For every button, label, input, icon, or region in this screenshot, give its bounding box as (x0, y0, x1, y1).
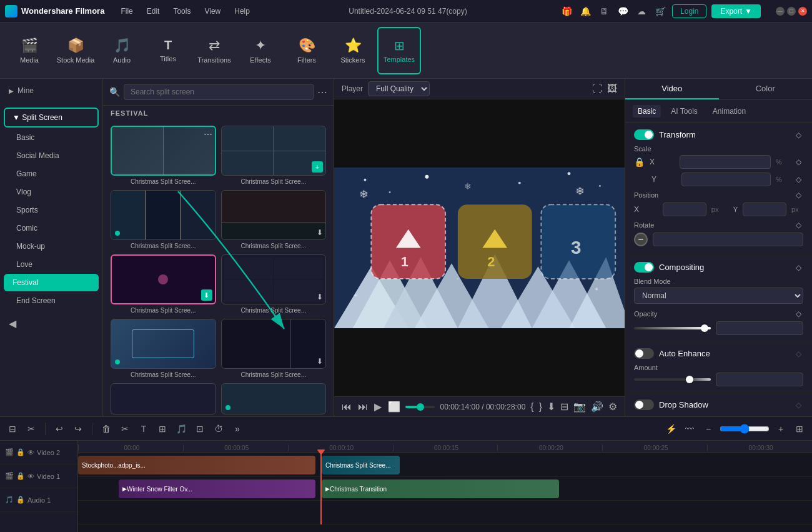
template-item-6[interactable]: ⬇ Christmas Split Scree... (221, 254, 327, 314)
snapshot-icon[interactable]: 🖼 (607, 83, 617, 94)
sidebar-item-love[interactable]: Love (4, 256, 99, 273)
opacity-input[interactable]: 100.00 (716, 321, 804, 335)
scale-y-input[interactable]: 100.00 (681, 173, 771, 186)
position-keyframe[interactable]: ◇ (793, 190, 803, 200)
item1-more-icon[interactable]: ⋯ (204, 129, 212, 139)
template-item-7[interactable]: Christmas Split Scree... (111, 319, 216, 378)
sidebar-item-comic[interactable]: Comic (4, 219, 99, 237)
clip-winter-filter[interactable]: ▶ Winter Snow Filter Ov... (119, 479, 315, 498)
close-button[interactable]: ✕ (798, 7, 807, 16)
tool-templates[interactable]: ⊞ Templates (377, 27, 421, 74)
tl-crop-icon[interactable]: ⊡ (192, 421, 207, 436)
tl-clip-icon[interactable]: ⊞ (155, 421, 170, 436)
scale-x-input[interactable]: 100.00 (680, 155, 771, 169)
template-item-10[interactable] (221, 383, 327, 414)
audio1-lock-icon[interactable]: 🔒 (16, 496, 25, 504)
tl-split-icon[interactable]: ⊟ (5, 421, 20, 436)
item4-dl-icon[interactable]: ⬇ (317, 228, 323, 237)
template-item-1[interactable]: ⋯ Christmas Split Scree... (111, 126, 216, 185)
template-item-9[interactable] (111, 383, 216, 414)
video2-lock-icon[interactable]: 🔒 (16, 448, 25, 456)
progress-bar[interactable] (405, 406, 435, 408)
tl-undo-icon[interactable]: ↩ (52, 421, 67, 436)
amount-input[interactable]: 50.00 (716, 373, 804, 386)
clip-christmas-split[interactable]: Christmas Split Scree... (322, 456, 400, 474)
template-item-2[interactable]: + Christmas Split Scree... (221, 126, 327, 185)
tl-wave-icon[interactable]: 〰 (682, 421, 697, 436)
drop-shadow-toggle[interactable] (634, 399, 654, 410)
video1-eye-icon[interactable]: 👁 (27, 473, 34, 480)
video2-eye-icon[interactable]: 👁 (27, 449, 34, 456)
tl-snap-icon[interactable]: ⚡ (663, 421, 678, 436)
sidebar-item-game[interactable]: Game (4, 165, 99, 183)
tl-cut-icon[interactable]: ✂ (117, 421, 132, 436)
maximize-button[interactable]: ▢ (787, 7, 796, 16)
tool-transitions[interactable]: ⇄ Transitions (192, 27, 236, 74)
subtab-animation[interactable]: Animation (708, 105, 751, 118)
tl-speed-icon[interactable]: ⏱ (211, 421, 226, 436)
tl-trim-icon[interactable]: ✂ (24, 421, 39, 436)
template-item-4[interactable]: ⬇ Christmas Split Scree... (221, 190, 327, 249)
split-screen-icon[interactable]: ⊟ (560, 401, 568, 413)
tl-zoom-slider[interactable] (720, 424, 770, 434)
clip-insert-icon[interactable]: ⬇ (547, 401, 555, 413)
template-item-5[interactable]: ⬇ Christmas Split Scree... (111, 254, 216, 314)
progress-thumb[interactable] (417, 403, 424, 411)
minimize-button[interactable]: — (776, 7, 785, 16)
scale-lock-icon[interactable]: 🔒 (634, 157, 645, 167)
rewind-button[interactable]: ⏮ (342, 401, 352, 413)
clip-bg-video[interactable]: Stockphoto...adpp_is... (78, 456, 315, 474)
sidebar-item-social-media[interactable]: Social Media (4, 147, 99, 164)
cloud-icon[interactable]: ☁ (635, 4, 648, 18)
tool-media[interactable]: 🎬 Media (7, 27, 51, 74)
sidebar-item-split-screen[interactable]: ▼ Split Screen (4, 108, 99, 128)
item8-dl-icon[interactable]: ⬇ (317, 357, 323, 366)
video1-lock-icon[interactable]: 🔒 (16, 472, 25, 480)
compositing-keyframe[interactable]: ◇ (793, 263, 803, 273)
sidebar-item-mockup[interactable]: Mock-up (4, 238, 99, 255)
transform-keyframe-button[interactable]: ◇ (793, 130, 803, 140)
menu-file[interactable]: File (114, 4, 139, 18)
opacity-keyframe[interactable]: ◇ (793, 309, 803, 319)
subtab-ai-tools[interactable]: AI Tools (666, 105, 702, 118)
tl-grid-icon[interactable]: ⊞ (792, 421, 807, 436)
tl-text-icon[interactable]: T (136, 421, 151, 436)
tl-more-icon[interactable]: » (230, 421, 245, 436)
auto-enhance-toggle[interactable] (634, 348, 654, 359)
tl-redo-icon[interactable]: ↪ (71, 421, 86, 436)
transform-toggle[interactable] (634, 129, 654, 140)
pos-x-input[interactable]: 0.00 (663, 203, 706, 216)
drop-shadow-keyframe[interactable]: ◇ (793, 400, 803, 410)
tab-color[interactable]: Color (719, 79, 813, 99)
template-item-8[interactable]: ⬇ Christmas Split Scree... (221, 319, 327, 378)
amount-slider[interactable] (634, 378, 711, 381)
rotate-wheel[interactable] (634, 233, 648, 246)
playhead[interactable] (320, 453, 322, 524)
subtab-basic[interactable]: Basic (633, 105, 661, 118)
tab-video[interactable]: Video (625, 79, 719, 99)
scale-y-keyframe[interactable]: ◇ (793, 174, 803, 184)
chat-icon[interactable]: 💬 (616, 4, 630, 18)
sidebar-collapse-btn[interactable]: ◀ (0, 314, 102, 333)
item5-add-icon[interactable]: ⬇ (201, 289, 212, 301)
export-button[interactable]: Export ▼ (711, 4, 761, 18)
gift-icon[interactable]: 🎁 (560, 4, 573, 18)
tool-stock-media[interactable]: 📦 Stock Media (54, 27, 97, 74)
sidebar-item-festival[interactable]: Festival (4, 274, 99, 291)
play-button[interactable]: ▶ (374, 401, 382, 413)
sidebar-mine-header[interactable]: ▶ Mine (0, 83, 102, 99)
tl-zoom-in-icon[interactable]: + (773, 421, 788, 436)
settings-control-icon[interactable]: ⚙ (608, 401, 617, 413)
monitor-icon[interactable]: 🖥 (597, 4, 611, 18)
blend-mode-select[interactable]: Normal Multiply Screen Overlay (634, 288, 803, 304)
sidebar-item-sports[interactable]: Sports (4, 201, 99, 219)
menu-edit[interactable]: Edit (141, 4, 166, 18)
pos-y-input[interactable]: 0.00 (743, 203, 786, 216)
rotate-input[interactable]: 0.00° (653, 233, 803, 246)
auto-enhance-keyframe[interactable]: ◇ (793, 349, 803, 359)
step-back-button[interactable]: ⏭ (358, 401, 368, 413)
sidebar-item-vlog[interactable]: Vlog (4, 183, 99, 201)
menu-help[interactable]: Help (228, 4, 256, 18)
compositing-toggle[interactable] (634, 262, 654, 273)
tool-titles[interactable]: T Titles (146, 27, 190, 74)
